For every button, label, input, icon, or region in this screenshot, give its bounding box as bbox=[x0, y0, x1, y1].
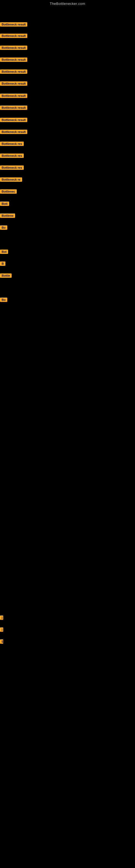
bottleneck-result-row-10: Bottleneck result bbox=[0, 130, 27, 135]
bottleneck-result-row-21: Bottle bbox=[0, 273, 12, 279]
bottleneck-result-row-19: Bot bbox=[0, 250, 8, 255]
bottleneck-result-row-7: Bottleneck result bbox=[0, 94, 27, 99]
bottleneck-result-row-11: Bottleneck res bbox=[0, 142, 24, 147]
bottleneck-badge-21[interactable]: Bottle bbox=[0, 273, 12, 278]
bottleneck-result-row-24: | bbox=[0, 627, 3, 633]
bottleneck-result-row-15: Bottlenec bbox=[0, 189, 17, 195]
bottleneck-result-row-16: Bott bbox=[0, 202, 9, 207]
bottleneck-badge-16[interactable]: Bott bbox=[0, 202, 9, 206]
bottleneck-badge-15[interactable]: Bottlenec bbox=[0, 189, 17, 194]
bottleneck-badge-13[interactable]: Bottleneck res bbox=[0, 165, 24, 170]
bottleneck-badge-14[interactable]: Bottleneck re bbox=[0, 177, 22, 182]
bottleneck-result-row-6: Bottleneck result bbox=[0, 82, 27, 87]
bottleneck-badge-2[interactable]: Bottleneck result bbox=[0, 34, 27, 38]
bottleneck-badge-1[interactable]: Bottleneck result bbox=[0, 22, 27, 27]
bottleneck-result-row-1: Bottleneck result bbox=[0, 22, 27, 28]
bottleneck-result-row-18: Bo bbox=[0, 225, 7, 231]
bottleneck-result-row-25: E bbox=[0, 639, 3, 645]
bottleneck-badge-12[interactable]: Bottleneck res bbox=[0, 154, 24, 158]
bottleneck-badge-25[interactable]: E bbox=[0, 639, 3, 644]
bottleneck-badge-4[interactable]: Bottleneck result bbox=[0, 58, 27, 62]
bottleneck-result-row-13: Bottleneck res bbox=[0, 165, 24, 171]
bottleneck-result-row-22: Bo bbox=[0, 298, 7, 303]
bottleneck-result-row-5: Bottleneck result bbox=[0, 69, 27, 75]
bottleneck-badge-19[interactable]: Bot bbox=[0, 250, 8, 254]
bottleneck-result-row-12: Bottleneck res bbox=[0, 154, 24, 159]
bottleneck-badge-24[interactable]: | bbox=[0, 627, 3, 632]
bottleneck-result-row-23: | bbox=[0, 616, 3, 621]
bottleneck-badge-10[interactable]: Bottleneck result bbox=[0, 130, 27, 134]
bottleneck-result-row-20: B bbox=[0, 261, 5, 267]
bottleneck-badge-7[interactable]: Bottleneck result bbox=[0, 94, 27, 98]
bottleneck-badge-9[interactable]: Bottleneck result bbox=[0, 118, 27, 122]
bottleneck-badge-23[interactable]: | bbox=[0, 616, 3, 620]
bottleneck-badge-17[interactable]: Bottlene bbox=[0, 214, 15, 218]
bottleneck-badge-5[interactable]: Bottleneck result bbox=[0, 69, 27, 74]
bottleneck-result-row-17: Bottlene bbox=[0, 214, 15, 219]
bottleneck-badge-22[interactable]: Bo bbox=[0, 298, 7, 302]
bottleneck-badge-11[interactable]: Bottleneck res bbox=[0, 142, 24, 146]
bottleneck-badge-8[interactable]: Bottleneck result bbox=[0, 105, 27, 110]
bottleneck-result-row-9: Bottleneck result bbox=[0, 118, 27, 123]
bottleneck-badge-6[interactable]: Bottleneck result bbox=[0, 82, 27, 86]
site-title: TheBottlenecker.com bbox=[0, 0, 135, 7]
bottleneck-badge-20[interactable]: B bbox=[0, 261, 5, 266]
bottleneck-result-row-3: Bottleneck result bbox=[0, 45, 27, 51]
bottleneck-badge-3[interactable]: Bottleneck result bbox=[0, 45, 27, 50]
bottleneck-result-row-2: Bottleneck result bbox=[0, 34, 27, 39]
bottleneck-badge-18[interactable]: Bo bbox=[0, 225, 7, 230]
bottleneck-result-row-8: Bottleneck result bbox=[0, 105, 27, 111]
bottleneck-result-row-4: Bottleneck result bbox=[0, 58, 27, 63]
bottleneck-result-row-14: Bottleneck re bbox=[0, 177, 22, 183]
